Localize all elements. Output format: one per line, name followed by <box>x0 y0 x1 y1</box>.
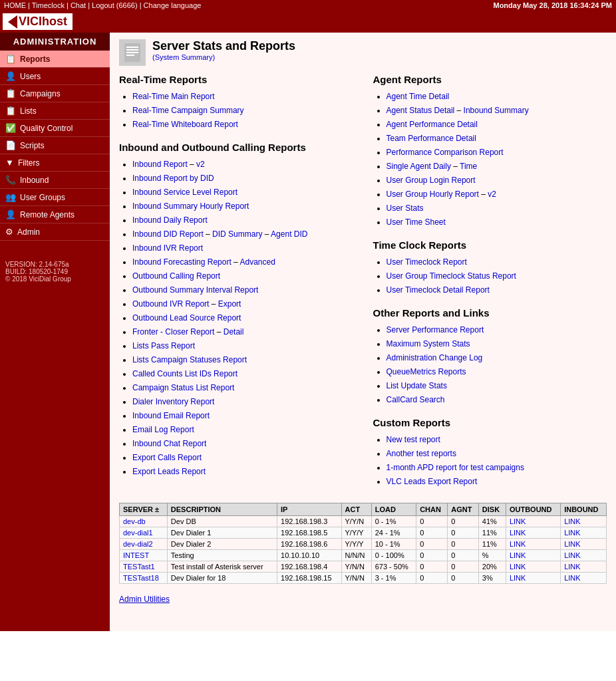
sidebar-item-scripts[interactable]: 📄Scripts <box>0 137 110 154</box>
report-link[interactable]: Another test reports <box>386 449 456 458</box>
table-link[interactable]: LINK <box>510 563 526 571</box>
table-cell[interactable]: dev-dial1 <box>120 527 168 539</box>
report-link[interactable]: Email Log Report <box>132 425 194 434</box>
table-link[interactable]: LINK <box>564 551 580 559</box>
sidebar-item-filters[interactable]: ▼Filters <box>0 154 110 172</box>
report-link[interactable]: New test report <box>386 435 440 444</box>
report-link[interactable]: Performance Comparison Report <box>386 148 504 157</box>
report-link[interactable]: Inbound DID Report <box>132 229 204 239</box>
report-link[interactable]: CallCard Search <box>386 395 445 404</box>
table-link[interactable]: LINK <box>510 574 526 582</box>
table-link[interactable]: dev-dial2 <box>123 540 153 548</box>
report-link[interactable]: v2 <box>196 160 205 169</box>
report-link[interactable]: Real-Time Whiteboard Report <box>132 120 238 129</box>
report-link[interactable]: Advanced <box>239 257 275 267</box>
table-cell[interactable]: dev-dial2 <box>120 539 168 550</box>
table-link[interactable]: LINK <box>510 529 526 537</box>
table-link[interactable]: LINK <box>564 574 580 582</box>
report-link[interactable]: Detail <box>224 327 244 337</box>
sidebar-item-admin[interactable]: ⚙Admin <box>0 223 110 241</box>
sidebar-item-inbound[interactable]: 📞Inbound <box>0 172 110 189</box>
report-link[interactable]: Dialer Inventory Report <box>132 397 214 406</box>
report-link[interactable]: User Stats <box>386 204 424 213</box>
report-link[interactable]: Outbound Summary Interval Report <box>132 285 258 295</box>
table-link[interactable]: LINK <box>564 563 580 571</box>
report-link[interactable]: v2 <box>488 190 496 199</box>
sidebar-item-quality-control[interactable]: ✅Quality Control <box>0 120 110 137</box>
report-link[interactable]: User Group Login Report <box>386 176 476 185</box>
report-link[interactable]: 1-month APD report for test campaigns <box>386 463 524 472</box>
table-cell[interactable]: LINK <box>561 527 607 539</box>
change-language-link[interactable]: Change language <box>144 1 202 9</box>
report-link[interactable]: User Timeclock Detail Report <box>386 285 490 295</box>
report-link[interactable]: Outbound Calling Report <box>132 271 220 281</box>
report-link[interactable]: Team Performance Detail <box>386 134 476 143</box>
table-link[interactable]: LINK <box>510 517 526 525</box>
report-link[interactable]: DID Summary <box>212 229 262 239</box>
report-link[interactable]: Inbound Forecasting Report <box>132 257 231 267</box>
report-link[interactable]: Outbound IVR Report <box>132 299 209 309</box>
table-cell[interactable]: LINK <box>561 550 607 561</box>
system-summary-link[interactable]: (System Summary) <box>152 53 295 61</box>
table-cell[interactable]: LINK <box>506 550 560 561</box>
chat-link[interactable]: Chat <box>71 1 86 9</box>
report-link[interactable]: Inbound Daily Report <box>132 215 208 225</box>
table-cell[interactable]: LINK <box>506 573 560 584</box>
table-cell[interactable]: LINK <box>506 516 560 527</box>
table-link[interactable]: INTEST <box>123 551 149 559</box>
report-link[interactable]: QueueMetrics Reports <box>386 367 466 376</box>
sidebar-item-users[interactable]: 👤Users <box>0 68 110 85</box>
report-link[interactable]: Real-Time Campaign Summary <box>132 106 244 115</box>
report-link[interactable]: Lists Campaign Statuses Report <box>132 355 247 364</box>
sidebar-item-remote-agents[interactable]: 👤Remote Agents <box>0 206 110 223</box>
report-link[interactable]: User Group Hourly Report <box>386 190 479 199</box>
report-link[interactable]: Single Agent Daily <box>386 162 451 171</box>
report-link[interactable]: Agent Time Detail <box>386 92 450 101</box>
report-link[interactable]: Maximum System Stats <box>386 339 470 348</box>
table-cell[interactable]: LINK <box>506 539 560 550</box>
report-link[interactable]: Agent DID <box>271 229 307 239</box>
report-link[interactable]: Export Calls Report <box>132 453 202 462</box>
table-cell[interactable]: LINK <box>506 561 560 573</box>
home-link[interactable]: HOME <box>4 1 26 9</box>
table-cell[interactable]: TESTast1 <box>120 561 168 573</box>
table-link[interactable]: LINK <box>564 517 580 525</box>
report-link[interactable]: Inbound Report by DID <box>132 174 214 183</box>
sidebar-item-campaigns[interactable]: 📋Campaigns <box>0 85 110 102</box>
table-link[interactable]: LINK <box>564 540 580 548</box>
table-cell[interactable]: INTEST <box>120 550 168 561</box>
logout-link[interactable]: Logout (6666) <box>92 1 138 9</box>
report-link[interactable]: Real-Time Main Report <box>132 92 215 101</box>
report-link[interactable]: Inbound Chat Report <box>132 439 206 448</box>
table-link[interactable]: LINK <box>564 529 580 537</box>
report-link[interactable]: User Timeclock Report <box>386 257 467 267</box>
report-link[interactable]: Outbound Lead Source Report <box>132 313 241 323</box>
table-link[interactable]: dev-db <box>123 517 146 525</box>
admin-utilities-link[interactable]: Admin Utilities <box>119 595 170 604</box>
table-link[interactable]: TESTast1 <box>123 563 155 571</box>
timeclock-link[interactable]: Timeclock <box>32 1 65 9</box>
table-cell[interactable]: LINK <box>561 539 607 550</box>
table-link[interactable]: TESTast18 <box>123 574 159 582</box>
report-link[interactable]: Inbound Email Report <box>132 411 210 420</box>
report-link[interactable]: Agent Status Detail <box>386 106 455 115</box>
report-link[interactable]: User Group Timeclock Status Report <box>386 271 516 281</box>
report-link[interactable]: Time <box>460 162 477 171</box>
report-link[interactable]: Export Leads Report <box>132 467 206 476</box>
table-link[interactable]: LINK <box>510 540 526 548</box>
sidebar-item-user-groups[interactable]: 👥User Groups <box>0 189 110 206</box>
report-link[interactable]: Fronter - Closer Report <box>132 327 214 337</box>
report-link[interactable]: Campaign Status List Report <box>132 383 234 392</box>
report-link[interactable]: Server Performance Report <box>386 325 484 335</box>
report-link[interactable]: Administration Change Log <box>386 353 483 362</box>
report-link[interactable]: Export <box>218 299 241 309</box>
report-link[interactable]: List Update Stats <box>386 381 447 390</box>
table-cell[interactable]: LINK <box>561 573 607 584</box>
report-link[interactable]: Called Counts List IDs Report <box>132 369 237 378</box>
report-link[interactable]: Inbound Service Level Report <box>132 188 237 197</box>
report-link[interactable]: VLC Leads Export Report <box>386 477 478 486</box>
report-link[interactable]: Lists Pass Report <box>132 341 195 350</box>
sidebar-item-reports[interactable]: 📋Reports <box>0 51 110 68</box>
table-cell[interactable]: LINK <box>506 527 560 539</box>
report-link[interactable]: User Time Sheet <box>386 217 446 227</box>
